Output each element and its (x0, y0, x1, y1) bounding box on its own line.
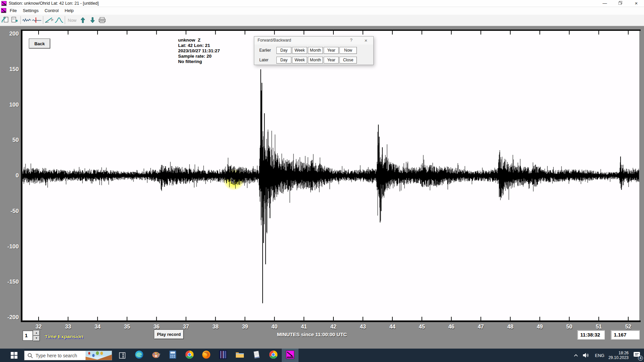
restore-button[interactable] (614, 0, 626, 7)
scroll-down-icon[interactable] (88, 15, 97, 25)
x-tick-label: 34 (95, 324, 101, 330)
trace-info-line: Lat: 42 Lon: 21 (178, 43, 220, 48)
trace-info-line: No filtering (178, 59, 220, 64)
dialog-button-later-week[interactable]: Week (292, 57, 307, 64)
x-tick-label: 51 (596, 324, 602, 330)
x-tick-label: 44 (389, 324, 395, 330)
trace-info-block: unknow ZLat: 42 Lon: 212023/10/27 11:31:… (178, 38, 220, 64)
notepad-taskbar-button[interactable] (248, 349, 265, 362)
dialog-close-icon[interactable]: × (362, 38, 370, 43)
screen: Station: unknow/Ohrid Lat: 42 Lon: 21 - … (0, 0, 644, 362)
task-view-button[interactable] (115, 349, 129, 362)
search-icon (28, 353, 33, 358)
x-tick-label: 48 (507, 324, 513, 330)
firefox-taskbar-button[interactable] (198, 349, 215, 362)
scroll-up-icon[interactable] (78, 15, 88, 25)
dialog-row-label-earlier: Earlier (259, 48, 271, 53)
x-tick-label: 37 (183, 324, 189, 330)
back-button[interactable]: Back (29, 39, 50, 48)
x-tick-label: 46 (448, 324, 454, 330)
taskbar-search-input[interactable]: Type here to search (24, 351, 112, 360)
clock-time: 18:26 (619, 351, 629, 355)
edge-taskbar-button[interactable] (131, 349, 148, 362)
speaker-icon[interactable] (582, 352, 589, 358)
dialog-help-button[interactable]: ? (347, 38, 355, 43)
task-view-icon (119, 352, 125, 359)
trace-info-line: Sample rate: 20 (178, 54, 220, 59)
spinner-up-button[interactable]: ▲ (33, 330, 40, 336)
seismogram-waveform (22, 31, 639, 320)
language-indicator[interactable]: ENG (595, 353, 604, 358)
taskbar: Type here to search ENG 18:26 29.10.2023 (0, 349, 644, 362)
chrome-2-taskbar-button[interactable] (265, 349, 282, 362)
dialog-button-later-close[interactable]: Close (339, 57, 357, 64)
spinner-down-button[interactable]: ▼ (33, 336, 40, 341)
search-daily-image[interactable] (86, 351, 112, 360)
menu-control[interactable]: Control (42, 7, 62, 15)
dialog-title: Forward/Backward (258, 38, 291, 43)
open-file-icon[interactable] (0, 15, 10, 25)
notification-badge: 4 (638, 356, 643, 361)
search-placeholder: Type here to search (36, 353, 86, 358)
y-tick-label: -50 (1, 208, 19, 215)
x-tick-label: 45 (419, 324, 425, 330)
dialog-button-earlier-day[interactable]: Day (276, 47, 291, 54)
x-tick-label: 47 (478, 324, 484, 330)
print-icon[interactable] (98, 15, 107, 25)
trace-info-line: 2023/10/27 11:31:27 (178, 48, 220, 54)
chrome-taskbar-button[interactable] (181, 349, 198, 362)
taskbar-pinned-apps (131, 349, 299, 362)
dialog-button-earlier-year[interactable]: Year (324, 47, 339, 54)
x-tick-label: 52 (625, 324, 631, 330)
dialog-button-earlier-week[interactable]: Week (292, 47, 307, 54)
mouse-cursor-icon (230, 178, 236, 184)
dialog-button-earlier-month[interactable]: Month (308, 47, 323, 54)
helicorder-taskbar-button[interactable] (215, 349, 231, 362)
filter-icon[interactable] (54, 15, 64, 25)
close-button[interactable]: × (631, 0, 642, 7)
zoom-phase-icon[interactable]: P (45, 15, 54, 25)
x-tick-label: 38 (212, 324, 218, 330)
cursor-time-field[interactable]: 11:38:32 (578, 330, 604, 339)
clock[interactable]: 18:26 29.10.2023 (608, 351, 629, 360)
menu-items: FileSettingsControlHelp (7, 7, 77, 15)
x-tick-label: 43 (360, 324, 366, 330)
y-tick-label: -150 (1, 279, 19, 285)
window-title: Station: unknow/Ohrid Lat: 42 Lon: 21 - … (9, 1, 99, 6)
calculator-taskbar-button[interactable] (164, 349, 181, 362)
file-explorer-taskbar-button[interactable] (231, 349, 248, 362)
mdi-document-icon[interactable] (1, 8, 6, 14)
dialog-button-later-month[interactable]: Month (308, 57, 323, 64)
notepad-icon (252, 350, 261, 360)
minimize-button[interactable]: — (599, 0, 610, 7)
now-button[interactable]: Now (66, 15, 78, 25)
time-expansion-value[interactable]: 1 (22, 330, 33, 341)
menu-settings[interactable]: Settings (20, 7, 42, 15)
chrome-icon (185, 350, 194, 360)
waveform-icon[interactable] (22, 15, 32, 25)
export-file-icon[interactable] (10, 15, 19, 25)
toolbar-separator (43, 16, 43, 24)
svg-text:P: P (51, 18, 53, 22)
file-explorer-icon (235, 351, 245, 360)
cursor-value-field[interactable]: 1.167 (611, 330, 639, 339)
notification-center-button[interactable]: 4 (633, 351, 641, 359)
pick-phase-icon[interactable] (32, 15, 42, 25)
y-tick-label: -100 (1, 243, 19, 250)
seismogram-app-taskbar-button[interactable] (282, 349, 299, 362)
seismogram-app-icon (286, 350, 294, 360)
menu-file[interactable]: File (7, 7, 20, 15)
dialog-button-later-day[interactable]: Day (276, 57, 291, 64)
dialog-button-later-year[interactable]: Year (324, 57, 339, 64)
seismogram-plot-area[interactable] (22, 31, 639, 320)
time-expansion-label: Time Expansion (45, 334, 83, 339)
x-tick-label: 50 (566, 324, 572, 330)
paint-taskbar-button[interactable] (148, 349, 164, 362)
start-button[interactable] (6, 349, 22, 362)
menu-help[interactable]: Help (62, 7, 77, 15)
plot-border (21, 320, 641, 322)
x-tick-label: 32 (36, 324, 42, 330)
play-record-button[interactable]: Play record (154, 330, 183, 339)
tray-chevron-icon[interactable] (574, 354, 578, 357)
dialog-button-earlier-now[interactable]: Now (339, 47, 357, 54)
